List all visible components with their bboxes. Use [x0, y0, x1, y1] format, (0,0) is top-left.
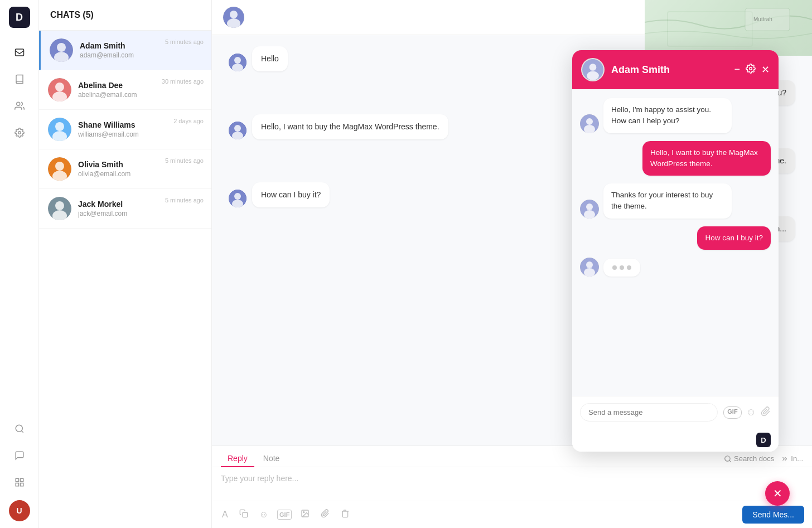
- svg-point-16: [55, 122, 64, 131]
- icon-sidebar: D U: [0, 0, 39, 528]
- popup-msg-row-1: Hello, I'm happy to assist you. How can …: [580, 98, 771, 133]
- reply-tab-actions: Search docs In...: [724, 454, 803, 463]
- svg-point-19: [55, 162, 64, 171]
- avatar-abelina: [48, 78, 71, 101]
- popup-close-button[interactable]: ✕: [761, 64, 770, 76]
- chat-time-jack: 5 minutes ago: [165, 197, 204, 204]
- chat-email-abelina: abelina@email.com: [78, 91, 202, 99]
- popup-typing-row: [580, 258, 771, 277]
- gif-icon[interactable]: GIF: [277, 510, 292, 520]
- attach-icon[interactable]: [318, 507, 332, 522]
- nav-icon-grid[interactable]: [8, 471, 31, 493]
- close-fab-button[interactable]: ✕: [765, 481, 790, 506]
- nav-icon-settings[interactable]: [8, 122, 31, 144]
- avatar-shane: [48, 118, 71, 141]
- chat-item-olivia[interactable]: Olivia Smith olivia@email.com 5 minutes …: [39, 149, 211, 189]
- chat-email-olivia: olivia@email.com: [78, 170, 202, 178]
- svg-rect-8: [20, 483, 23, 486]
- popup-gif-button[interactable]: GIF: [723, 406, 741, 419]
- svg-rect-6: [20, 478, 23, 481]
- image-icon[interactable]: [298, 507, 312, 522]
- chat-item-adam[interactable]: Adam Smith adam@email.com 5 minutes ago: [39, 31, 211, 70]
- svg-point-25: [230, 11, 238, 18]
- emoji-icon[interactable]: ☺: [257, 507, 270, 522]
- popup-minimize-button[interactable]: −: [734, 64, 740, 76]
- user-avatar-sidebar[interactable]: U: [9, 500, 30, 521]
- avatar-jack: [48, 197, 71, 220]
- popup-msg-row-3: Thanks for your interest to buy the them…: [580, 183, 771, 219]
- popup-bubble-2: Hello, I want to buy the MagMax WordPres…: [642, 141, 771, 176]
- search-docs-button[interactable]: Search docs: [724, 454, 774, 463]
- powered-by-logo: D: [756, 433, 771, 447]
- popup-msg-row-4: How can I buy it?: [580, 226, 771, 250]
- insert-button[interactable]: In...: [781, 454, 803, 463]
- popup-settings-button[interactable]: [746, 64, 756, 76]
- map-background: Muttrah: [645, 0, 812, 56]
- avatar-adam: [50, 38, 73, 62]
- chat-item-abelina[interactable]: Abelina Dee abelina@email.com 30 minutes…: [39, 70, 211, 110]
- svg-point-45: [589, 64, 597, 71]
- svg-point-2: [18, 132, 21, 134]
- svg-point-28: [234, 57, 241, 64]
- popup-msg-avatar-1: [580, 114, 599, 133]
- svg-point-36: [725, 456, 730, 461]
- popup-message-input[interactable]: [580, 403, 718, 422]
- popup-emoji-button[interactable]: ☺: [746, 406, 756, 419]
- text-format-icon[interactable]: A: [220, 507, 230, 522]
- chat-item-jack[interactable]: Jack Morkel jack@email.com 5 minutes ago: [39, 189, 211, 229]
- nav-icon-chat[interactable]: [8, 444, 31, 467]
- chat-time-abelina: 30 minutes ago: [162, 78, 204, 85]
- svg-point-34: [234, 193, 241, 200]
- nav-icon-inbox[interactable]: [8, 41, 31, 64]
- popup-input-tools: GIF ☺: [723, 406, 771, 419]
- popup-footer: D: [572, 428, 779, 452]
- svg-rect-7: [16, 483, 18, 486]
- svg-rect-5: [16, 478, 18, 481]
- delete-icon[interactable]: [339, 507, 352, 522]
- reply-tab-reply[interactable]: Reply: [221, 451, 254, 467]
- popup-attach-button[interactable]: [761, 406, 771, 419]
- nav-icon-book[interactable]: [8, 68, 31, 90]
- svg-line-4: [21, 430, 23, 432]
- app-logo: D: [9, 7, 30, 28]
- popup-header-name: Adam Smith: [611, 64, 727, 76]
- msg-avatar-1: [229, 54, 246, 71]
- svg-rect-38: [243, 512, 248, 517]
- reply-tab-note[interactable]: Note: [257, 451, 287, 467]
- reply-area: Reply Note Search docs In... Type your r…: [212, 445, 812, 528]
- chat-time-shane: 2 days ago: [173, 118, 204, 124]
- nav-icon-search[interactable]: [8, 418, 31, 440]
- popup-typing-avatar: [580, 258, 599, 277]
- popup-msg-avatar-3: [580, 200, 599, 219]
- chat-email-adam: adam@email.com: [80, 51, 202, 59]
- chat-email-jack: jack@email.com: [78, 210, 202, 217]
- popup-avatar: [581, 58, 605, 81]
- chat-time-adam: 5 minutes ago: [165, 38, 204, 45]
- avatar-olivia: [48, 157, 71, 181]
- popup-msg-row-2: Hello, I want to buy the MagMax WordPres…: [580, 141, 771, 176]
- svg-line-37: [729, 460, 731, 462]
- message-bubble-1: Hello: [252, 46, 288, 71]
- popup-chat-window: Adam Smith − ✕ Hello, I'm happy to assis…: [572, 50, 779, 452]
- popup-header-actions: − ✕: [734, 64, 770, 76]
- svg-point-47: [750, 67, 752, 70]
- popup-messages: Hello, I'm happy to assist you. How can …: [572, 89, 779, 396]
- typing-indicator: [603, 259, 640, 277]
- popup-bubble-4: How can I buy it?: [697, 226, 771, 250]
- reply-placeholder: Type your reply here...: [221, 474, 298, 483]
- svg-point-55: [586, 261, 593, 268]
- svg-point-46: [587, 71, 599, 80]
- svg-point-3: [16, 425, 22, 432]
- chat-item-shane[interactable]: Shane Williams williams@email.com 2 days…: [39, 110, 211, 149]
- message-bubble-5: How can I buy it?: [252, 182, 330, 207]
- msg-avatar-5: [229, 190, 246, 207]
- popup-header: Adam Smith − ✕: [572, 50, 779, 89]
- reply-input-area[interactable]: Type your reply here...: [212, 467, 812, 501]
- nav-icon-contacts[interactable]: [8, 95, 31, 117]
- svg-point-1: [16, 102, 20, 105]
- message-bubble-3: Hello, I want to buy the MagMax WordPres…: [252, 114, 448, 139]
- svg-text:Muttrah: Muttrah: [753, 16, 772, 22]
- send-message-button[interactable]: Send Mes...: [742, 506, 804, 524]
- svg-point-52: [586, 204, 593, 210]
- copy-icon[interactable]: [237, 507, 250, 522]
